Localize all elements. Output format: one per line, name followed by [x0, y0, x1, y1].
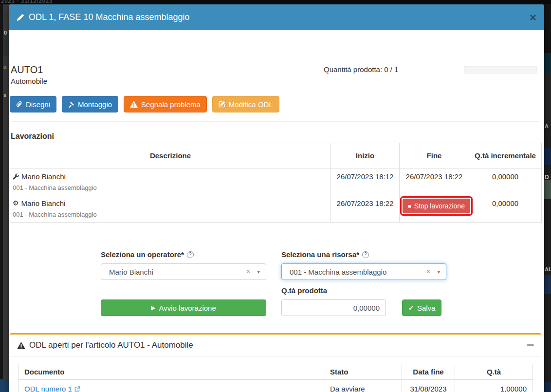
- product-code: AUTO1: [11, 64, 43, 75]
- qta-prodotta-label: Q.tà prodotta: [281, 286, 327, 295]
- clear-icon[interactable]: ×: [246, 267, 250, 276]
- product-name: Automobile: [11, 77, 47, 85]
- clear-icon[interactable]: ×: [426, 267, 430, 276]
- open-odl-panel: ODL aperti per l'articolo AUTO1 - Automo…: [10, 333, 541, 392]
- background-date-range: 2023 - 31/12/2023: [1, 0, 53, 4]
- collapse-icon[interactable]: [527, 344, 534, 346]
- segnala-problema-button[interactable]: Segnala problema: [124, 96, 207, 112]
- help-icon[interactable]: ?: [362, 251, 369, 258]
- lavorazione-row: Mario Bianchi 001 - Macchina assemblaggi…: [10, 168, 542, 195]
- open-odl-title: ODL aperti per l'articolo AUTO1 - Automo…: [29, 340, 193, 350]
- edit-icon: [219, 101, 225, 108]
- operator-name: Mario Bianchi: [21, 172, 66, 181]
- check-icon: ✔: [408, 304, 414, 312]
- qta-incrementale-cell: 0,00000: [469, 195, 542, 223]
- odl-document-link[interactable]: ODL numero 1: [24, 385, 80, 392]
- inizio-cell: 26/07/2023 18:12: [331, 168, 400, 195]
- inizio-cell: 26/07/2023 18:22: [331, 195, 400, 223]
- stato-cell: Da avviare: [324, 380, 402, 392]
- fine-cell: 26/07/2023 18:22: [400, 168, 469, 195]
- stop-icon: ■: [408, 203, 411, 209]
- qta-cell: 1,00000: [455, 380, 533, 392]
- screen: 2023 - 31/12/2023 0 a s A D AL ODL 1, FA…: [0, 0, 551, 392]
- gavel-icon: [68, 101, 74, 108]
- disegni-button[interactable]: Disegni: [10, 96, 56, 112]
- modal-title: ODL 1, FASE 10 Macchina assemblaggio: [29, 12, 190, 22]
- chevron-down-icon[interactable]: ▾: [257, 269, 260, 275]
- pencil-icon: [17, 14, 24, 21]
- modifica-odl-button[interactable]: Modifica ODL: [212, 96, 279, 112]
- qta-prodotta-input[interactable]: [281, 299, 386, 316]
- open-odl-row: ODL numero 1 Da avviare 31/08/2023 1,000…: [18, 380, 533, 392]
- lavorazione-row: ⚙ Mario Bianchi 001 - Macchina assemblag…: [10, 195, 542, 223]
- operator-select[interactable]: Mario Bianchi × ▾: [101, 263, 266, 280]
- play-icon: ▶: [151, 304, 155, 311]
- data-fine-cell: 31/08/2023: [402, 380, 455, 392]
- operator-label-row: Seleziona un operatore* ?: [101, 250, 194, 259]
- external-link-icon: [74, 386, 80, 392]
- chevron-down-icon[interactable]: ▾: [437, 269, 440, 275]
- resource-name: 001 - Macchina assemblaggio: [13, 184, 330, 191]
- help-icon[interactable]: ?: [187, 251, 194, 258]
- salva-button[interactable]: ✔ Salva: [402, 299, 441, 316]
- progress-bar: [464, 66, 537, 74]
- qta-incrementale-cell: 0,00000: [469, 168, 542, 195]
- warning-icon: [130, 101, 138, 108]
- open-odl-header-row: Documento Stato Data fine Q.tà: [18, 364, 533, 380]
- resource-name: 001 - Macchina assemblaggio: [13, 211, 330, 218]
- gear-icon: ⚙: [13, 200, 19, 206]
- modal-body: AUTO1 Automobile Quantità prodotta: 0 / …: [9, 30, 544, 392]
- background-right-strip: A D AL: [544, 4, 551, 392]
- odl-phase-modal: ODL 1, FASE 10 Macchina assemblaggio × A…: [9, 4, 544, 392]
- lavorazioni-table: Descrizione Inizio Fine Q.tà incremental…: [10, 143, 542, 223]
- quantity-produced-text: Quantità prodotta: 0 / 1: [324, 65, 398, 74]
- close-icon[interactable]: ×: [530, 13, 536, 22]
- stop-button-highlight: ■ Stop lavorazione: [400, 196, 473, 216]
- modal-header: ODL 1, FASE 10 Macchina assemblaggio ×: [9, 4, 544, 30]
- operator-name: Mario Bianchi: [21, 199, 66, 207]
- divider: [11, 121, 539, 122]
- toolbar: Disegni Montaggio Segnala problema: [10, 96, 279, 112]
- fine-cell: ■ Stop lavorazione: [400, 195, 469, 223]
- paperclip-icon: [16, 101, 22, 108]
- open-odl-panel-header: ODL aperti per l'articolo AUTO1 - Automo…: [10, 335, 541, 356]
- montaggio-button[interactable]: Montaggio: [62, 96, 118, 112]
- lavorazioni-header-row: Descrizione Inizio Fine Q.tà incremental…: [10, 143, 542, 168]
- resource-label-row: Seleziona una risorsa* ?: [281, 250, 369, 259]
- stop-lavorazione-button[interactable]: ■ Stop lavorazione: [403, 199, 470, 213]
- resource-select[interactable]: 001 - Macchina assemblaggio × ▾: [281, 263, 446, 280]
- warning-icon: [17, 342, 25, 349]
- wrench-icon: [13, 173, 19, 180]
- avvio-lavorazione-button[interactable]: ▶ Avvio lavorazione: [101, 299, 266, 316]
- background-left-strip: 0 a s: [0, 4, 9, 392]
- lavorazioni-title: Lavorazioni: [11, 132, 54, 141]
- open-odl-table: Documento Stato Data fine Q.tà ODL numer…: [18, 364, 533, 392]
- background-top-bar: 2023 - 31/12/2023: [0, 0, 551, 4]
